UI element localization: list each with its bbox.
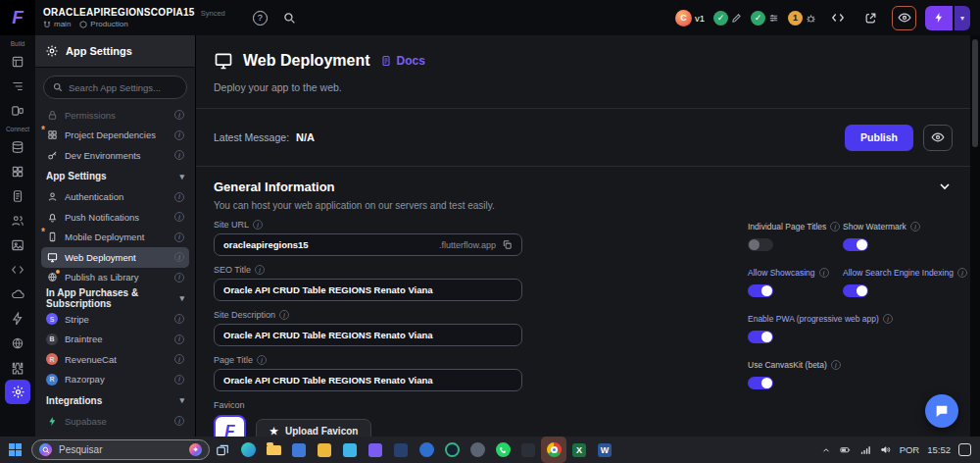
app-icon-yellow[interactable] <box>312 437 337 463</box>
sidebar-item-publish-as-library[interactable]: Publish as Library <box>41 268 189 288</box>
use-canvaskit-toggle[interactable] <box>748 377 773 389</box>
info-icon[interactable] <box>174 354 184 364</box>
view-site-button[interactable] <box>923 125 953 151</box>
preview-eye-button[interactable] <box>892 6 916 30</box>
app-icon-compass[interactable] <box>465 437 490 463</box>
notifications-icon[interactable] <box>958 443 971 456</box>
sidebar-search[interactable] <box>43 76 187 99</box>
sidebar-item-authentication[interactable]: Authentication <box>41 187 189 208</box>
individual-page-titles-toggle[interactable] <box>748 238 773 251</box>
chat-support-button[interactable] <box>925 394 958 428</box>
custom-code-button[interactable] <box>825 6 850 30</box>
excel-icon[interactable]: X <box>566 437 592 463</box>
site-url-field[interactable]: .flutterflow.app <box>214 233 522 256</box>
info-icon[interactable] <box>174 334 184 344</box>
hidden-icons-chevron[interactable] <box>821 445 831 455</box>
sidebar-section-app-settings[interactable]: App Settings▾ <box>41 166 189 187</box>
app-icon-blue[interactable] <box>286 437 312 463</box>
media-assets-icon[interactable] <box>5 232 30 257</box>
word-icon[interactable]: W <box>592 437 617 463</box>
info-icon[interactable] <box>174 110 184 120</box>
app-icon-navy[interactable] <box>388 437 414 463</box>
run-options-chevron[interactable]: ▾ <box>955 6 970 30</box>
copy-icon[interactable] <box>502 239 513 250</box>
sidebar-item-revenuecat[interactable]: R RevenueCat <box>41 349 189 370</box>
battery-icon[interactable] <box>839 444 852 455</box>
site-url-input[interactable] <box>223 239 433 250</box>
info-icon[interactable] <box>831 360 841 370</box>
user-avatar[interactable]: C <box>675 10 692 26</box>
sidebar-item-project-dependencies[interactable]: * Project Dependencies <box>41 126 189 146</box>
app-icon-blue-circle[interactable] <box>414 437 439 463</box>
info-icon[interactable] <box>910 222 920 232</box>
storyboard-icon[interactable] <box>5 98 30 123</box>
sidebar-item-supabase[interactable]: Supabase <box>41 411 189 432</box>
custom-code-icon[interactable] <box>5 257 30 282</box>
sidebar-section-iap-subscriptions[interactable]: In App Purchases & Subscriptions▾ <box>41 287 189 309</box>
sidebar-item-push-notifications[interactable]: Push Notifications <box>41 207 189 228</box>
start-button[interactable] <box>0 437 29 463</box>
allow-search-engine-indexing-toggle[interactable] <box>843 284 868 297</box>
info-icon[interactable] <box>174 416 184 426</box>
sidebar-item-permissions[interactable]: Permissions <box>41 105 189 126</box>
environment-selector[interactable]: Production <box>79 20 127 28</box>
sidebar-item-mobile-deployment[interactable]: * Mobile Deployment <box>41 228 189 248</box>
scrollbar-thumb[interactable] <box>972 39 978 147</box>
clock[interactable]: 15:52 <box>927 444 951 455</box>
sidebar-item-dev-environments[interactable]: Dev Environments <box>41 145 189 166</box>
marketplace-icon[interactable] <box>5 355 30 380</box>
check-edit-group[interactable]: ✓ <box>713 11 742 26</box>
info-icon[interactable] <box>174 232 184 242</box>
app-icon-skyblue[interactable] <box>337 437 363 463</box>
info-icon[interactable] <box>253 220 263 230</box>
info-icon[interactable] <box>957 268 967 278</box>
sidebar-item-web-deployment[interactable]: Web Deployment <box>41 247 189 268</box>
info-icon[interactable] <box>883 314 893 324</box>
publish-button[interactable]: Publish <box>845 125 913 151</box>
info-icon[interactable] <box>174 314 184 324</box>
automations-icon[interactable] <box>5 306 30 331</box>
scrollbar-track[interactable] <box>970 35 980 437</box>
cloud-functions-icon[interactable] <box>5 282 30 306</box>
page-selector-icon[interactable] <box>5 49 30 74</box>
page-title-field[interactable] <box>214 369 522 391</box>
docs-link[interactable]: Docs <box>380 54 425 68</box>
info-icon[interactable] <box>174 375 184 385</box>
taskbar-search[interactable] <box>31 439 210 460</box>
issues-group[interactable]: 1 <box>788 11 816 26</box>
upload-favicon-button[interactable]: ★ Upload Favicon <box>256 419 371 437</box>
copilot-icon[interactable] <box>189 443 202 456</box>
sidebar-search-input[interactable] <box>69 82 177 93</box>
app-icon-dark[interactable] <box>515 437 541 463</box>
network-icon[interactable] <box>859 444 871 455</box>
volume-icon[interactable] <box>879 444 892 455</box>
sidebar-item-stripe[interactable]: S Stripe <box>41 309 189 330</box>
enable-pwa-toggle[interactable] <box>748 331 773 343</box>
info-icon[interactable] <box>174 252 184 262</box>
documents-icon[interactable] <box>5 183 30 208</box>
info-icon[interactable] <box>174 192 184 202</box>
allow-showcasing-toggle[interactable] <box>748 284 773 297</box>
page-title-input[interactable] <box>223 375 513 386</box>
seo-title-field[interactable] <box>214 279 522 301</box>
task-view-button[interactable] <box>210 437 235 463</box>
team-icon[interactable] <box>5 208 30 232</box>
sidebar-item-razorpay[interactable]: R Razorpay <box>41 370 189 390</box>
collapse-chevron-icon[interactable] <box>937 179 953 194</box>
site-description-input[interactable] <box>223 330 513 340</box>
seo-title-input[interactable] <box>223 284 513 295</box>
sidebar-item-braintree[interactable]: B Braintree <box>41 330 189 350</box>
site-description-field[interactable] <box>214 324 522 346</box>
app-icon-violet[interactable] <box>363 437 388 463</box>
api-calls-icon[interactable] <box>5 331 30 355</box>
chrome-icon[interactable] <box>541 437 566 463</box>
branch-selector[interactable]: main <box>43 20 71 28</box>
file-explorer-icon[interactable] <box>261 437 286 463</box>
info-icon[interactable] <box>279 310 289 320</box>
settings-gear-icon[interactable] <box>5 380 30 404</box>
data-types-icon[interactable] <box>5 159 30 183</box>
check-settings-group[interactable]: ✓ <box>751 11 779 26</box>
info-icon[interactable] <box>174 150 184 160</box>
info-icon[interactable] <box>819 268 829 278</box>
info-icon[interactable] <box>174 212 184 222</box>
